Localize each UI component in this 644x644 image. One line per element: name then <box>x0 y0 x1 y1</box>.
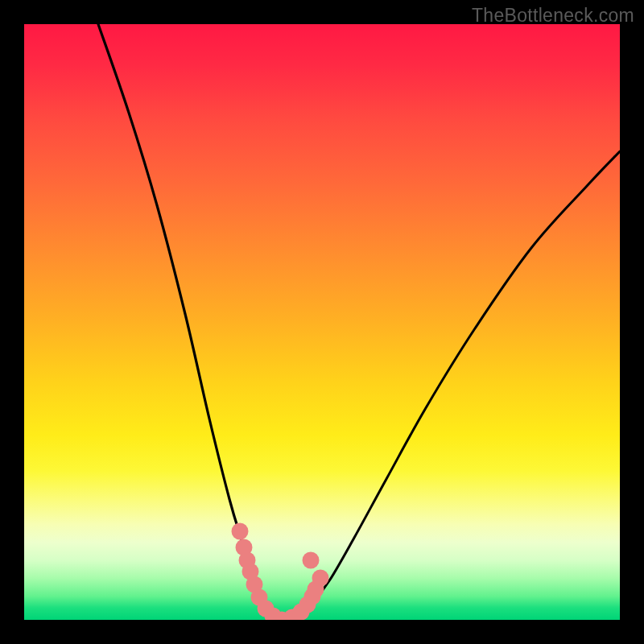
chart-container: TheBottleneck.com <box>0 0 644 644</box>
curve-marker <box>312 570 329 587</box>
curve-marker <box>303 552 320 569</box>
right-curve <box>279 151 620 620</box>
curve-markers <box>232 523 329 621</box>
left-curve <box>98 24 279 620</box>
chart-svg <box>24 24 620 620</box>
curve-marker <box>232 523 249 540</box>
watermark-text: TheBottleneck.com <box>472 5 634 27</box>
